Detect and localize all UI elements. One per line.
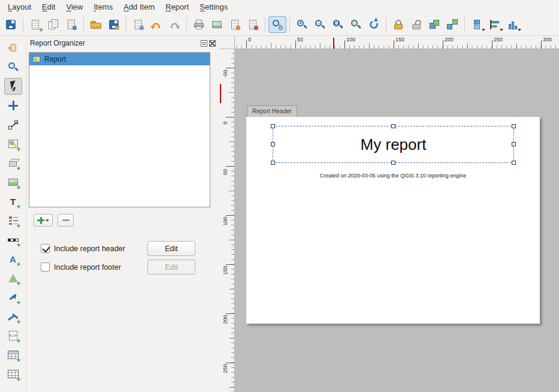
content: +++T+++A++++</>+++ Report Organizer Repo… (0, 36, 559, 392)
include-footer-checkbox[interactable] (41, 263, 50, 272)
tree-item-report[interactable]: Report (29, 53, 210, 65)
main-toolbar: ++-1:1 (0, 14, 559, 36)
edit-header-button[interactable]: Edit (147, 241, 195, 256)
report-manager-button[interactable] (62, 16, 80, 33)
select-move-item-tool-icon (7, 80, 20, 93)
save-project-button[interactable] (2, 16, 20, 33)
selection-handle[interactable] (512, 142, 516, 146)
selection-handle[interactable] (271, 124, 275, 128)
zoom-out-button[interactable]: - (311, 16, 329, 33)
menu-add-item[interactable]: Add Item (118, 1, 160, 13)
add-node-item-button[interactable]: + (4, 308, 22, 325)
menu-view[interactable]: View (61, 1, 88, 13)
dropdown-arrow-icon (518, 29, 521, 31)
selection-handle[interactable] (271, 142, 275, 146)
report-settings-button[interactable] (129, 16, 147, 33)
zoom-to-region-button[interactable] (268, 16, 286, 33)
add-3d-map-button[interactable]: + (4, 155, 22, 171)
edit-footer-button[interactable]: Edit (147, 260, 195, 275)
add-fixed-table-button[interactable]: + (4, 366, 22, 382)
add-shape-button[interactable]: + (4, 270, 22, 287)
selection-handle[interactable] (391, 124, 395, 128)
add-legend-button[interactable]: + (4, 212, 22, 229)
add-html-button[interactable]: </>+ (4, 327, 22, 344)
raise-selected-items-button[interactable] (468, 16, 486, 33)
add-map-icon: + (7, 137, 20, 150)
load-from-template-button[interactable] (87, 16, 105, 33)
toolbar-separator (289, 17, 290, 32)
report-page[interactable]: My report Created on 2020-03-05 using th… (246, 117, 540, 324)
dropdown-arrow-icon (482, 29, 485, 31)
add-label-button[interactable]: T+ (4, 193, 22, 210)
panel-close-icon[interactable] (209, 40, 216, 47)
selection-handle[interactable] (512, 124, 516, 128)
ruler-label: 100 (220, 216, 230, 227)
layout-viewport[interactable]: Report Header My report Created on 2020-… (235, 49, 559, 392)
report-title-text: My report (361, 135, 427, 154)
ruler-mid-ticks (235, 43, 559, 49)
menu-items[interactable]: Items (88, 1, 118, 13)
align-selected-items-button[interactable] (486, 16, 504, 33)
menu-report[interactable]: Report (160, 1, 194, 13)
panel-float-icon[interactable] (201, 40, 207, 47)
select-move-item-tool-button[interactable] (4, 78, 22, 95)
unlock-all-items-button[interactable] (407, 16, 425, 33)
move-content-tool-button[interactable] (4, 97, 22, 114)
undo-icon (150, 18, 163, 31)
menu-settings[interactable]: Settings (194, 1, 233, 13)
add-north-arrow-icon: A+ (7, 252, 20, 266)
add-arrow-button[interactable]: + (4, 289, 22, 306)
edit-nodes-tool-button[interactable] (4, 116, 22, 133)
menu-layout[interactable]: Layout (2, 1, 37, 13)
zoom-actual-button[interactable]: 1:1 (329, 16, 347, 33)
canvas-area: 050100150200250300 -50050100150200250 Re… (219, 36, 559, 392)
selection-handle[interactable] (271, 161, 275, 165)
report-subtitle-text: Created on 2020-03-05 using the QGIS 3.1… (246, 173, 540, 179)
dropdown-arrow-icon (46, 219, 49, 222)
report-item-icon (31, 54, 42, 65)
distribute-selected-items-button[interactable] (504, 16, 522, 33)
item-toolbar: +++T+++A++++</>+++ (0, 36, 26, 392)
refresh-view-button[interactable] (365, 16, 383, 33)
ungroup-items-button[interactable] (443, 16, 461, 33)
include-header-checkbox[interactable] (41, 244, 50, 253)
add-section-button[interactable] (34, 214, 53, 227)
export-as-pdf-icon (246, 18, 259, 31)
undo-button[interactable] (147, 16, 165, 33)
add-north-arrow-button[interactable]: A+ (4, 251, 22, 267)
save-as-template-button[interactable] (105, 16, 123, 33)
horizontal-ruler: 050100150200250300 (235, 36, 559, 49)
remove-section-button[interactable] (58, 214, 74, 227)
add-attribute-table-button[interactable]: + (4, 346, 22, 363)
ruler-label: -50 (220, 68, 230, 79)
lock-selected-items-button[interactable] (389, 16, 407, 33)
zoom-tool-button[interactable] (4, 59, 22, 76)
ruler-tick (345, 40, 345, 49)
export-as-pdf-button[interactable] (244, 16, 262, 33)
ruler-label: 50 (220, 167, 230, 177)
selection-handle[interactable] (512, 161, 516, 165)
export-as-image-button[interactable] (208, 16, 226, 33)
zoom-full-button[interactable] (347, 16, 365, 33)
load-from-template-icon (89, 18, 102, 31)
plus-icon (37, 217, 44, 224)
pan-tool-button[interactable] (4, 40, 22, 56)
ruler-label: 250 (220, 363, 230, 374)
new-report-button[interactable]: + (26, 16, 44, 33)
menu-edit[interactable]: Edit (37, 1, 61, 13)
add-scalebar-button[interactable]: + (4, 231, 22, 248)
redo-button[interactable] (165, 16, 183, 33)
ruler-label: 150 (220, 265, 230, 276)
group-items-icon (428, 18, 441, 31)
group-items-button[interactable] (425, 16, 443, 33)
export-as-svg-button[interactable] (226, 16, 244, 33)
duplicate-report-button[interactable] (44, 16, 62, 33)
add-map-button[interactable]: + (4, 135, 22, 152)
selection-handle[interactable] (391, 161, 395, 165)
toolbar-separator (83, 17, 84, 32)
title-textbox[interactable]: My report (273, 126, 514, 163)
add-picture-button[interactable]: + (4, 174, 22, 191)
toolbar-separator (23, 17, 23, 32)
zoom-in-button[interactable]: + (293, 16, 311, 33)
print-button[interactable] (190, 16, 208, 33)
